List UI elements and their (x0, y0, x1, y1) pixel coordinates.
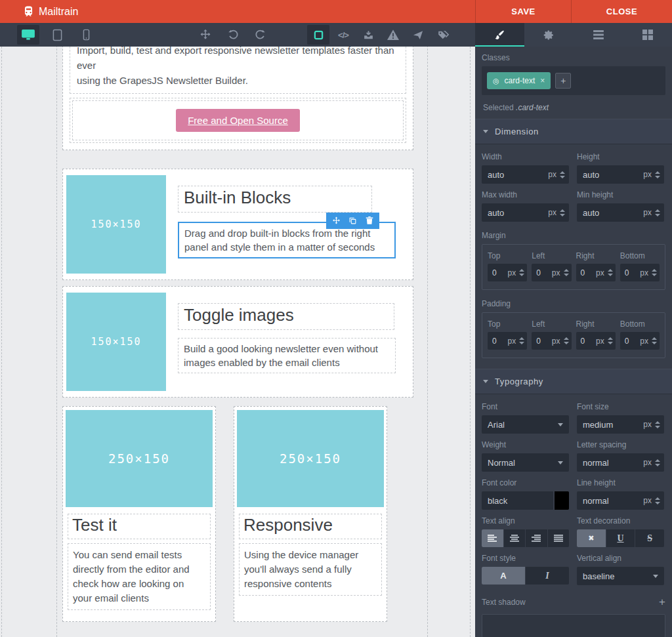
min-height-input[interactable]: auto px (577, 203, 664, 222)
responsive-title[interactable]: Responsive (239, 514, 382, 539)
padding-bottom-input[interactable]: 0 px (620, 332, 660, 350)
margin-left-input[interactable]: 0 px (532, 264, 571, 281)
device-desktop-icon[interactable] (17, 25, 39, 45)
copy-component-icon[interactable] (345, 213, 360, 229)
device-tablet-icon[interactable] (46, 25, 68, 45)
max-width-input[interactable]: auto px (482, 203, 569, 222)
toggle-images-title[interactable]: Toggle images (178, 303, 394, 330)
field-text-decoration: Text decoration ✖ U S (577, 516, 664, 547)
field-letter-spacing: Letter spacing normal px (577, 440, 664, 472)
italic-icon[interactable]: I (526, 567, 569, 585)
intro-section[interactable]: Import, build, test and export responsiv… (62, 47, 413, 150)
open-source-button[interactable]: Free and Open Source (176, 109, 300, 132)
field-max-width: Max width auto px (482, 190, 569, 222)
body-guide-right (470, 47, 471, 637)
decoration-none-icon[interactable]: ✖ (577, 529, 606, 547)
field-font-size: Font size medium px (577, 402, 664, 434)
max-width-stepper[interactable] (560, 209, 565, 216)
placeholder-image-150[interactable]: 150×150 (66, 175, 166, 274)
margin-right-field: Right 0 px (576, 251, 616, 281)
warning-icon[interactable] (382, 25, 404, 45)
class-tag-card-text[interactable]: ◎ card-text × (487, 72, 551, 89)
align-justify-icon[interactable] (548, 529, 570, 547)
padding-top-input[interactable]: 0 px (488, 332, 527, 350)
font-select[interactable]: Arial (482, 415, 569, 434)
padding-left-field: Left 0 px (532, 319, 571, 350)
redo-icon[interactable] (249, 25, 272, 45)
padding-top-field: Top 0 px (488, 319, 527, 350)
margin-top-input[interactable]: 0 px (488, 264, 527, 281)
placeholder-image-150[interactable]: 150×150 (66, 293, 166, 391)
margin-bottom-input[interactable]: 0 px (620, 264, 660, 281)
builtin-blocks-card[interactable]: 150×150 Built-in Blocks Drag and drop bu… (62, 169, 413, 280)
padding-right-input[interactable]: 0 px (576, 332, 616, 350)
add-class-button[interactable]: + (555, 73, 571, 89)
font-size-input[interactable]: medium px (577, 415, 664, 434)
target-icon[interactable]: ◎ (493, 77, 499, 85)
field-height: Height auto px (577, 152, 664, 184)
chevron-down-icon (653, 575, 658, 578)
remove-class-icon[interactable]: × (540, 76, 545, 85)
move-component-icon[interactable] (329, 213, 344, 229)
responsive-text[interactable]: Using the device manager you'll always s… (239, 543, 382, 596)
add-text-shadow-button[interactable]: + (659, 596, 665, 609)
field-font-style: Font style A I (482, 554, 569, 585)
show-borders-icon[interactable] (307, 25, 329, 45)
test-it-card[interactable]: 250×150 Test it You can send email tests… (62, 406, 216, 622)
field-line-height: Line height normal px (577, 478, 664, 510)
close-button[interactable]: CLOSE (571, 0, 672, 23)
responsive-card[interactable]: 250×150 Responsive Using the device mana… (234, 406, 387, 622)
send-test-icon[interactable] (407, 25, 429, 45)
align-center-icon[interactable] (504, 529, 526, 547)
min-height-stepper[interactable] (655, 209, 660, 216)
align-right-icon[interactable] (526, 529, 548, 547)
view-code-icon[interactable]: </> (332, 25, 354, 45)
tab-style-manager[interactable] (475, 23, 524, 47)
button-cell[interactable]: Free and Open Source (70, 98, 406, 143)
move-icon[interactable] (194, 25, 217, 45)
toggle-images-text[interactable]: Build a good looking newsletter even wit… (178, 338, 396, 373)
placeholder-image-250[interactable]: 250×150 (66, 410, 213, 507)
field-vertical-align: Vertical align baseline (577, 554, 664, 585)
brand-name: Mailtrain (39, 6, 78, 18)
underline-icon[interactable]: U (606, 529, 636, 547)
bold-icon[interactable]: A (482, 567, 526, 585)
height-stepper[interactable] (655, 171, 660, 178)
chevron-down-icon (558, 461, 563, 464)
color-swatch[interactable] (553, 491, 569, 510)
tags-icon[interactable] (432, 25, 454, 45)
test-it-title[interactable]: Test it (68, 514, 211, 539)
align-left-icon[interactable] (482, 529, 504, 547)
margin-right-input[interactable]: 0 px (576, 264, 616, 281)
tab-blocks[interactable] (623, 23, 672, 47)
undo-icon[interactable] (222, 25, 244, 45)
builtin-blocks-title[interactable]: Built-in Blocks (178, 186, 372, 213)
import-icon[interactable] (357, 25, 379, 45)
section-dimension[interactable]: Dimension (475, 119, 672, 144)
tab-settings[interactable] (524, 23, 574, 47)
height-input[interactable]: auto px (577, 165, 664, 184)
padding-left-input[interactable]: 0 px (532, 332, 571, 350)
device-mobile-icon[interactable] (75, 25, 97, 45)
tab-layers[interactable] (574, 23, 623, 47)
delete-component-icon[interactable] (362, 213, 377, 229)
letter-spacing-input[interactable]: normal px (577, 453, 664, 472)
intro-text[interactable]: Import, build, test and export responsiv… (70, 47, 406, 94)
font-color-input[interactable]: black (482, 491, 569, 510)
width-stepper[interactable] (560, 171, 565, 178)
text-shadow-list (482, 614, 665, 637)
selected-class-value: .card-text (516, 103, 549, 112)
width-input[interactable]: auto px (482, 165, 569, 184)
intro-line1: Import, build, test and export responsiv… (77, 47, 399, 73)
weight-select[interactable]: Normal (482, 453, 569, 472)
app-header: Mailtrain SAVE CLOSE (0, 0, 672, 23)
toggle-images-card[interactable]: 150×150 Toggle images Build a good looki… (62, 286, 413, 398)
save-button[interactable]: SAVE (475, 0, 571, 23)
placeholder-image-250[interactable]: 250×150 (237, 410, 384, 507)
test-it-text[interactable]: You can send email tests directly from t… (68, 543, 211, 610)
section-typography[interactable]: Typography (475, 369, 672, 394)
line-height-input[interactable]: normal px (577, 491, 664, 510)
vertical-align-select[interactable]: baseline (577, 567, 664, 585)
component-toolbar (326, 213, 379, 229)
strikethrough-icon[interactable]: S (635, 529, 664, 547)
